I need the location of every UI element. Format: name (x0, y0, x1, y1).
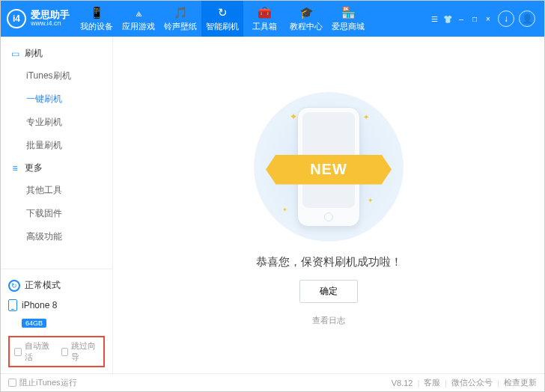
brand-url: www.i4.cn (31, 20, 70, 28)
device-mode-row[interactable]: ↻ 正常模式 (8, 275, 105, 295)
sidebar-item[interactable]: 下载固件 (1, 202, 112, 225)
storage-badge: 64GB (22, 319, 46, 328)
download-button[interactable]: ↓ (498, 10, 514, 27)
star-icon: ✦ (282, 206, 287, 213)
success-illustration: ✦ ✦ ✦ ✦ NEW (254, 92, 404, 242)
toolbox-icon: 🧰 (258, 6, 271, 19)
device-name: iPhone 8 (22, 300, 57, 310)
section-title: 更多 (25, 162, 43, 174)
mall-icon: 🏪 (341, 6, 355, 19)
tab-label: 爱思商城 (332, 21, 365, 32)
tab-label: 铃声壁纸 (164, 21, 197, 32)
sidebar-section-header: ≡更多 (1, 157, 112, 179)
tab-label: 我的设备 (80, 21, 113, 32)
tab-label: 智能刷机 (206, 21, 239, 32)
ok-button[interactable]: 确定 (299, 280, 358, 303)
tab-mall[interactable]: 🏪爱思商城 (327, 1, 369, 37)
support-link[interactable]: 客服 (424, 377, 440, 388)
sidebar-item[interactable]: 其他工具 (1, 179, 112, 202)
sidebar-item[interactable]: 一键刷机 (1, 88, 112, 111)
window-tshirt-icon[interactable]: 👕 (442, 15, 453, 23)
new-ribbon: NEW (266, 155, 392, 185)
main-panel: ✦ ✦ ✦ ✦ NEW 恭喜您，保资料刷机成功啦！ 确定 查看日志 (113, 37, 544, 373)
check-update-link[interactable]: 检查更新 (504, 377, 537, 388)
auto-activate-label: 自动激活 (25, 340, 52, 363)
tab-devices[interactable]: 📱我的设备 (76, 1, 118, 37)
block-itunes-checkbox[interactable]: 阻止iTunes运行 (8, 377, 77, 388)
checkbox-icon (8, 379, 16, 387)
window-menu-icon[interactable]: ☰ (429, 15, 439, 23)
window-maximize-icon[interactable]: □ (469, 15, 480, 23)
tab-flash[interactable]: ↻智能刷机 (201, 1, 243, 37)
version-label: V8.12 (392, 379, 413, 388)
sidebar-item[interactable]: 专业刷机 (1, 111, 112, 134)
devices-icon: 📱 (90, 6, 103, 19)
star-icon: ✦ (290, 111, 297, 122)
user-button[interactable]: 👤 (519, 10, 535, 27)
sidebar-item[interactable]: 批量刷机 (1, 134, 112, 157)
block-itunes-label: 阻止iTunes运行 (19, 377, 77, 388)
flash-icon: ↻ (216, 6, 229, 19)
tutorial-icon: 🎓 (299, 6, 313, 19)
view-log-link[interactable]: 查看日志 (312, 315, 345, 326)
window-close-icon[interactable]: × (483, 15, 493, 23)
tab-label: 应用游戏 (122, 21, 155, 32)
brand-logo-icon: i4 (7, 9, 26, 28)
brand: i4 爱思助手 www.i4.cn (7, 9, 70, 28)
sidebar-section-header: ▭刷机 (1, 43, 112, 64)
window-controls: ☰ 👕 – □ × (429, 15, 493, 23)
phone-icon (8, 299, 17, 311)
refresh-icon: ↻ (8, 280, 20, 292)
ribbon-text: NEW (266, 155, 392, 185)
sidebar: ▭刷机iTunes刷机一键刷机专业刷机批量刷机≡更多其他工具下载固件高级功能 ↻… (1, 37, 113, 373)
tab-label: 教程中心 (290, 21, 323, 32)
wechat-link[interactable]: 微信公众号 (451, 377, 493, 388)
tab-ringtone[interactable]: 🎵铃声壁纸 (159, 1, 201, 37)
section-icon: ≡ (10, 163, 20, 174)
skip-wizard-label: 跳过向导 (71, 340, 99, 363)
brand-title: 爱思助手 (31, 10, 70, 20)
app-window: i4 爱思助手 www.i4.cn 📱我的设备⟁应用游戏🎵铃声壁纸↻智能刷机🧰工… (0, 0, 545, 392)
device-row[interactable]: iPhone 8 (8, 295, 105, 315)
skip-wizard-checkbox[interactable]: 跳过向导 (61, 340, 100, 363)
tab-apps[interactable]: ⟁应用游戏 (118, 1, 159, 37)
titlebar: i4 爱思助手 www.i4.cn 📱我的设备⟁应用游戏🎵铃声壁纸↻智能刷机🧰工… (1, 1, 544, 37)
section-title: 刷机 (25, 47, 43, 60)
success-message: 恭喜您，保资料刷机成功啦！ (256, 255, 402, 269)
checkbox-icon (14, 348, 22, 356)
status-bar: 阻止iTunes运行 V8.12 | 客服 | 微信公众号 | 检查更新 (1, 373, 544, 391)
ringtone-icon: 🎵 (174, 6, 187, 19)
auto-activate-checkbox[interactable]: 自动激活 (14, 340, 52, 363)
tab-label: 工具箱 (252, 21, 277, 32)
checkbox-icon (61, 348, 69, 356)
sidebar-item[interactable]: iTunes刷机 (1, 64, 112, 88)
device-mode-label: 正常模式 (25, 279, 61, 292)
star-icon: ✦ (368, 197, 374, 204)
window-minimize-icon[interactable]: – (456, 15, 466, 23)
tab-tutorial[interactable]: 🎓教程中心 (285, 1, 327, 37)
apps-icon: ⟁ (132, 6, 145, 19)
header-tabs: 📱我的设备⟁应用游戏🎵铃声壁纸↻智能刷机🧰工具箱🎓教程中心🏪爱思商城 (76, 1, 369, 37)
section-icon: ▭ (10, 49, 20, 59)
checkbox-group-highlight: 自动激活 跳过向导 (8, 336, 105, 367)
sidebar-item[interactable]: 高级功能 (1, 225, 112, 248)
star-icon: ✦ (363, 113, 369, 121)
tab-toolbox[interactable]: 🧰工具箱 (243, 1, 285, 37)
